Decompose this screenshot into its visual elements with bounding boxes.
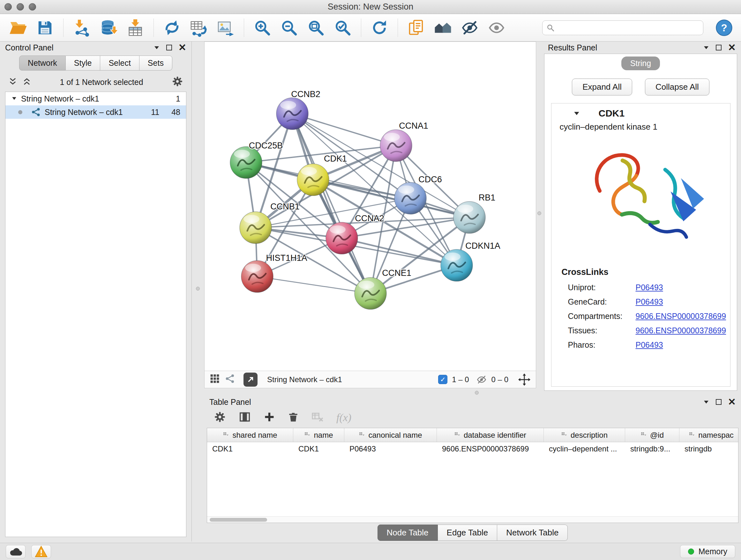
network-overview-button[interactable] (432, 17, 454, 39)
tab-select[interactable]: Select (100, 56, 139, 71)
crosslink-label: Uniprot: (568, 283, 636, 292)
tab-style[interactable]: Style (66, 56, 100, 71)
close-panel-icon[interactable]: ✕ (728, 43, 736, 52)
merge-networks-button[interactable] (161, 17, 183, 39)
minimize-window-button[interactable] (17, 3, 24, 10)
import-database-button[interactable] (97, 17, 120, 39)
tab-network-table[interactable]: Network Table (497, 524, 568, 541)
crosslink-value-link[interactable]: 9606.ENSP00000378699 (636, 326, 726, 335)
show-columns-icon[interactable] (239, 411, 251, 424)
network-node-CDKN1A[interactable] (441, 249, 473, 281)
crosslink-value-link[interactable]: P06493 (636, 283, 663, 292)
search-input[interactable] (558, 23, 699, 32)
hide-selected-button[interactable] (459, 17, 481, 39)
pan-crosshair-icon[interactable] (518, 373, 531, 386)
close-window-button[interactable] (4, 3, 12, 10)
search-box[interactable] (542, 20, 703, 35)
close-panel-icon[interactable]: ✕ (728, 397, 736, 407)
column-header-shared-name[interactable]: shared name (207, 428, 293, 442)
network-graph[interactable]: CCNB2CCNA1CDC25BCDK1CDC6RB1CCNB1CCNA2CDK… (205, 42, 536, 371)
column-sort-icon (359, 431, 365, 440)
table-settings-gear-icon[interactable] (214, 411, 226, 424)
zoom-window-button[interactable] (29, 3, 36, 10)
network-node-CDK1[interactable] (297, 164, 329, 196)
cloud-status-button[interactable] (6, 545, 25, 558)
horizontal-scrollbar[interactable] (207, 516, 738, 523)
network-node-CDC6[interactable] (394, 182, 426, 214)
column-header-canonical-name[interactable]: canonical name (344, 428, 437, 442)
vertical-splitter-handle[interactable] (537, 211, 541, 215)
column-header-description[interactable]: description (544, 428, 625, 442)
crosslink-row: Tissues:9606.ENSP00000378699 (551, 323, 730, 338)
toolbar-separator (361, 18, 361, 37)
column-header-@id[interactable]: @id (625, 428, 679, 442)
crosslink-value-link[interactable]: 9606.ENSP00000378699 (636, 312, 726, 321)
selected-checkbox-icon[interactable]: ✓ (438, 375, 448, 384)
export-image-button[interactable] (214, 17, 237, 39)
network-node-CDC25B[interactable] (230, 146, 262, 179)
import-table-button[interactable] (124, 17, 146, 39)
column-header-namespac[interactable]: namespac (679, 428, 738, 442)
collapse-protein-triangle-icon[interactable] (573, 110, 580, 117)
network-node-CCNE1[interactable] (354, 277, 387, 309)
zoom-in-button[interactable] (251, 17, 273, 39)
horizontal-splitter-handle[interactable] (475, 391, 479, 395)
network-node-CCNB2[interactable] (276, 98, 308, 130)
save-session-button[interactable] (34, 17, 56, 39)
hidden-eye-slash-icon[interactable] (476, 374, 487, 385)
tab-sets[interactable]: Sets (139, 56, 172, 71)
annotation-button[interactable] (405, 17, 427, 39)
show-all-button[interactable] (485, 17, 508, 39)
view-network-icon[interactable] (225, 374, 235, 386)
add-column-plus-icon[interactable] (264, 411, 275, 424)
network-node-CCNA2[interactable] (326, 222, 358, 254)
float-panel-icon[interactable] (153, 44, 160, 51)
table-row[interactable]: CDK1CDK1P064939606.ENSP00000378699cyclin… (207, 442, 738, 455)
expand-all-trees-icon[interactable] (22, 77, 31, 87)
column-header-database-identifier[interactable]: database identifier (437, 428, 544, 442)
maximize-panel-icon[interactable] (166, 45, 172, 51)
network-node-CCNB1[interactable] (240, 212, 272, 244)
vertical-splitter-handle[interactable] (196, 287, 200, 291)
refresh-button[interactable] (368, 17, 391, 39)
network-row-selected[interactable]: String Network – cdk1 11 48 (5, 105, 186, 119)
float-panel-icon[interactable] (703, 44, 710, 51)
table-tabs: Node TableEdge TableNetwork Table (204, 523, 741, 542)
string-tab[interactable]: String (621, 57, 660, 70)
close-panel-icon[interactable]: ✕ (179, 43, 186, 52)
network-options-gear-icon[interactable] (172, 76, 183, 88)
warnings-button[interactable] (31, 545, 51, 558)
column-header-name[interactable]: name (293, 428, 344, 442)
crosslink-value-link[interactable]: P06493 (636, 297, 663, 307)
network-node-CCNA1[interactable] (380, 130, 412, 162)
float-panel-icon[interactable] (703, 399, 710, 405)
crosslink-value-link[interactable]: P06493 (636, 340, 663, 350)
network-canvas[interactable]: CCNB2CCNA1CDC25BCDK1CDC6RB1CCNB1CCNA2CDK… (205, 42, 536, 371)
network-collection-row[interactable]: String Network – cdk1 1 (5, 92, 186, 105)
maximize-panel-icon[interactable] (716, 45, 722, 51)
open-session-button[interactable] (7, 17, 29, 39)
zoom-fit-button[interactable] (305, 17, 327, 39)
network-node-HIST1H1A[interactable] (241, 260, 273, 293)
collapse-all-button[interactable]: Collapse All (645, 78, 710, 96)
import-network-button[interactable] (71, 17, 93, 39)
help-button[interactable]: ? (714, 18, 734, 38)
maximize-panel-icon[interactable] (716, 399, 722, 405)
memory-button[interactable]: Memory (680, 545, 735, 558)
tab-network[interactable]: Network (19, 56, 66, 71)
table-toolbar: f(x) (204, 408, 741, 427)
expand-all-button[interactable]: Expand All (572, 78, 632, 96)
collapse-all-trees-icon[interactable] (8, 77, 17, 87)
zoom-selected-button[interactable] (332, 17, 354, 39)
collection-expand-triangle-icon[interactable] (11, 94, 17, 104)
scrollbar-thumb[interactable] (210, 518, 267, 522)
protein-card-header[interactable]: CDK1 (551, 104, 730, 121)
network-from-table-button[interactable] (188, 17, 210, 39)
view-grid-icon[interactable] (210, 374, 220, 386)
tab-node-table[interactable]: Node Table (378, 524, 438, 541)
detach-view-button[interactable] (244, 373, 258, 387)
delete-column-trash-icon[interactable] (288, 412, 299, 424)
zoom-out-button[interactable] (278, 17, 300, 39)
network-node-RB1[interactable] (454, 201, 485, 233)
tab-edge-table[interactable]: Edge Table (438, 524, 497, 541)
